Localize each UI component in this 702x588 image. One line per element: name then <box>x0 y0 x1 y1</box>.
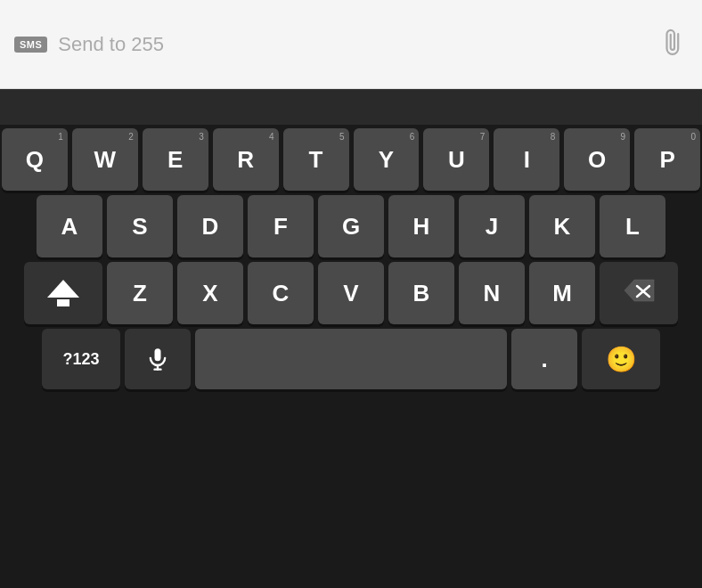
key-d[interactable]: D <box>177 195 243 257</box>
key-j[interactable]: J <box>459 195 525 257</box>
num-hint-i: 8 <box>551 132 556 142</box>
space-key[interactable] <box>195 329 507 389</box>
num-key[interactable]: ?123 <box>42 329 120 389</box>
key-f[interactable]: F <box>248 195 314 257</box>
shift-arrow-icon <box>47 280 79 298</box>
shift-arrow-base <box>57 299 69 306</box>
keyboard-row-1: 1 Q 2 W 3 E 4 R 5 T 6 Y 7 U 8 I <box>2 128 700 191</box>
num-key-label: ?123 <box>62 350 99 369</box>
key-a[interactable]: A <box>37 195 102 257</box>
key-g[interactable]: G <box>318 195 384 257</box>
key-r[interactable]: 4 R <box>213 128 279 191</box>
key-s[interactable]: S <box>107 195 173 257</box>
key-v[interactable]: V <box>318 262 384 324</box>
num-hint-r: 4 <box>269 132 274 142</box>
top-bar: SMS Send to 255 <box>0 0 702 89</box>
key-c[interactable]: C <box>248 262 314 324</box>
keyboard-row-4: ?123 . 🙂 <box>2 329 700 389</box>
svg-rect-2 <box>155 348 161 361</box>
key-x[interactable]: X <box>177 262 243 324</box>
key-n[interactable]: N <box>459 262 525 324</box>
key-w[interactable]: 2 W <box>72 128 138 191</box>
key-t[interactable]: 5 T <box>283 128 349 191</box>
mic-key[interactable] <box>125 329 191 389</box>
num-hint-e: 3 <box>199 132 204 142</box>
keyboard-row-3: Z X C V B N M <box>2 262 700 324</box>
num-hint-t: 5 <box>339 132 345 142</box>
mic-icon <box>145 347 170 372</box>
key-b[interactable]: B <box>388 262 454 324</box>
middle-area <box>0 89 702 125</box>
period-key[interactable]: . <box>511 329 577 389</box>
num-hint-y: 6 <box>410 132 415 142</box>
num-hint-q: 1 <box>58 132 63 142</box>
emoji-key[interactable]: 🙂 <box>582 329 660 389</box>
key-u[interactable]: 7 U <box>423 128 489 191</box>
num-hint-p: 0 <box>690 132 696 142</box>
send-to-field[interactable]: Send to 255 <box>58 33 661 56</box>
emoji-icon: 🙂 <box>606 345 637 374</box>
sms-badge: SMS <box>14 37 47 53</box>
key-l[interactable]: L <box>600 195 665 257</box>
key-y[interactable]: 6 Y <box>354 128 420 191</box>
keyboard-row-2: A S D F G H J K L <box>2 195 700 257</box>
period-label: . <box>541 346 547 373</box>
key-h[interactable]: H <box>388 195 454 257</box>
key-p[interactable]: 0 P <box>634 128 700 191</box>
attachment-icon[interactable] <box>653 23 695 65</box>
key-k[interactable]: K <box>529 195 595 257</box>
num-hint-o: 9 <box>621 132 626 142</box>
keyboard: 1 Q 2 W 3 E 4 R 5 T 6 Y 7 U 8 I <box>0 125 702 397</box>
key-e[interactable]: 3 E <box>143 128 208 191</box>
key-o[interactable]: 9 O <box>564 128 630 191</box>
delete-icon <box>623 279 655 307</box>
key-m[interactable]: M <box>529 262 595 324</box>
key-i[interactable]: 8 I <box>494 128 559 191</box>
delete-key[interactable] <box>600 262 678 324</box>
key-q[interactable]: 1 Q <box>2 128 68 191</box>
num-hint-w: 2 <box>128 132 134 142</box>
num-hint-u: 7 <box>480 132 486 142</box>
shift-key[interactable] <box>24 262 102 324</box>
key-z[interactable]: Z <box>107 262 173 324</box>
